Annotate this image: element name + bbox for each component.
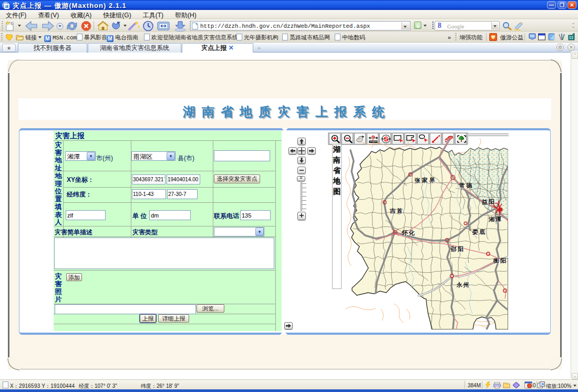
svg-text:怀化: 怀化 — [401, 230, 416, 236]
svg-text:邵阳: 邵阳 — [450, 246, 465, 252]
svg-text:张家界: 张家界 — [415, 177, 437, 183]
svg-text:常德: 常德 — [459, 182, 473, 189]
svg-text:吉首: 吉首 — [389, 208, 404, 214]
svg-text:永州: 永州 — [456, 282, 470, 288]
svg-text:娄底: 娄底 — [472, 229, 486, 235]
svg-text:益阳: 益阳 — [482, 199, 496, 205]
svg-text:衡阳: 衡阳 — [493, 257, 507, 264]
svg-text:湘潭: 湘潭 — [489, 216, 502, 222]
